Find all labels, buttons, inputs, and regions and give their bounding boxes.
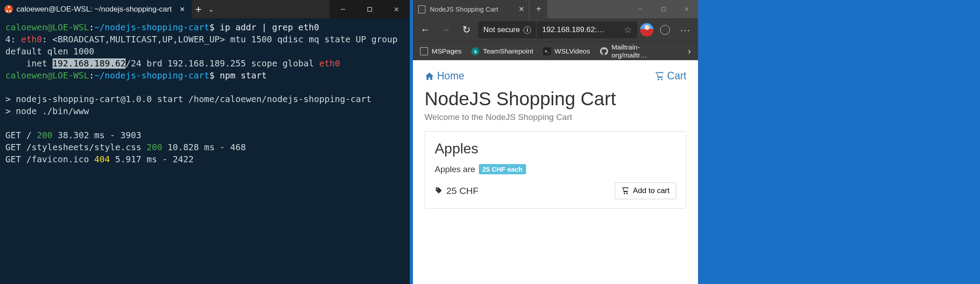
- tag-icon: [435, 187, 443, 195]
- terminal-tab[interactable]: caloewen@LOE-WSL: ~/nodejs-shopping-cart…: [0, 0, 192, 18]
- cart-icon: [621, 187, 629, 195]
- forward-button[interactable]: →: [437, 21, 455, 39]
- new-tab-button[interactable]: +: [195, 3, 201, 16]
- reload-button[interactable]: ↻: [457, 21, 475, 39]
- ubuntu-icon: [4, 5, 13, 13]
- back-button[interactable]: ←: [416, 21, 434, 39]
- page-navbar: Home Cart: [425, 70, 686, 82]
- product-price: 25 CHF: [435, 185, 478, 196]
- page-viewport[interactable]: Home Cart NodeJS Shopping Cart Welcome t…: [413, 60, 698, 284]
- menu-button[interactable]: ···: [677, 21, 694, 39]
- home-icon: [425, 71, 434, 81]
- page-title: NodeJS Shopping Cart: [425, 88, 686, 110]
- bookmark-wslvideos[interactable]: >_WSLVideos: [539, 47, 594, 55]
- smile-icon: [660, 25, 670, 35]
- browser-titlebar: NodeJS Shopping Cart ✕ +: [413, 0, 698, 18]
- profile-avatar[interactable]: [640, 23, 653, 37]
- prompt-user: caloewen@LOE-WSL: [5, 22, 89, 33]
- bookmark-sharepoint[interactable]: sTeamSharepoint: [468, 47, 537, 55]
- window-controls: [629, 0, 698, 18]
- terminal-window: caloewen@LOE-WSL: ~/nodejs-shopping-cart…: [0, 0, 410, 284]
- bookmarks-bar: MSPages sTeamSharepoint >_WSLVideos Mail…: [413, 41, 698, 60]
- browser-tab-title: NodeJS Shopping Cart: [430, 5, 498, 13]
- add-to-cart-button[interactable]: Add to cart: [615, 182, 676, 199]
- page-content: Home Cart NodeJS Shopping Cart Welcome t…: [413, 60, 698, 218]
- browser-tab[interactable]: NodeJS Shopping Cart ✕: [413, 0, 529, 18]
- page-subtitle: Welcome to the NodeJS Shopping Cart: [425, 112, 686, 122]
- cart-icon: [655, 71, 665, 81]
- tab-close-button[interactable]: ✕: [180, 5, 185, 13]
- product-description: Apples are 25 CHF each: [435, 164, 676, 174]
- command: npm start: [220, 70, 267, 81]
- browser-window: NodeJS Shopping Cart ✕ + ← → ↻ Not secur…: [413, 0, 698, 284]
- terminal-tab-title: caloewen@LOE-WSL: ~/nodejs-shopping-cart: [16, 5, 172, 14]
- folder-icon: [420, 47, 428, 55]
- info-icon: i: [523, 26, 531, 34]
- terminal-titlebar: caloewen@LOE-WSL: ~/nodejs-shopping-cart…: [0, 0, 410, 18]
- window-controls: [330, 0, 410, 18]
- bookmark-mailtrain[interactable]: Mailtrain-org/mailtr…: [596, 43, 679, 59]
- prompt-path: ~/nodejs-shopping-cart: [94, 22, 209, 33]
- close-window-button[interactable]: [383, 0, 410, 18]
- bookmarks-overflow-button[interactable]: ›: [684, 46, 694, 56]
- minimize-button[interactable]: [330, 0, 356, 18]
- feedback-button[interactable]: [656, 21, 674, 39]
- price-badge: 25 CHF each: [479, 164, 526, 174]
- svg-rect-5: [662, 7, 665, 11]
- address-bar[interactable]: Not secure i 192.168.189.62:… ☆: [478, 21, 637, 38]
- product-name: Apples: [435, 140, 676, 157]
- tab-close-button[interactable]: ✕: [519, 5, 524, 13]
- ip-selection: 192.168.189.62: [53, 58, 126, 69]
- browser-toolbar: ← → ↻ Not secure i 192.168.189.62:… ☆ ··…: [413, 18, 698, 41]
- command: ip addr | grep eth0: [220, 22, 319, 33]
- sharepoint-icon: s: [471, 47, 479, 55]
- terminal-tabbar-spacer: + ⌄: [192, 0, 330, 18]
- svg-rect-1: [368, 7, 372, 11]
- cart-link[interactable]: Cart: [655, 70, 686, 82]
- wsl-icon: >_: [543, 47, 551, 55]
- github-icon: [600, 47, 608, 55]
- terminal-body[interactable]: caloewen@LOE-WSL:~/nodejs-shopping-cart$…: [0, 18, 410, 284]
- url-text[interactable]: 192.168.189.62:…: [537, 21, 618, 38]
- new-tab-button[interactable]: +: [530, 0, 547, 18]
- close-window-button[interactable]: [675, 0, 698, 18]
- dots-icon: ···: [681, 25, 691, 35]
- maximize-button[interactable]: [356, 0, 383, 18]
- product-card: Apples Apples are 25 CHF each 25 CHF Add…: [425, 131, 686, 209]
- favorite-button[interactable]: ☆: [624, 25, 632, 35]
- home-link[interactable]: Home: [425, 70, 464, 82]
- tab-dropdown-button[interactable]: ⌄: [208, 6, 214, 13]
- page-icon: [418, 5, 425, 13]
- minimize-button[interactable]: [629, 0, 652, 18]
- maximize-button[interactable]: [652, 0, 675, 18]
- security-badge[interactable]: Not secure i: [478, 21, 537, 38]
- bookmark-mspages[interactable]: MSPages: [416, 47, 465, 55]
